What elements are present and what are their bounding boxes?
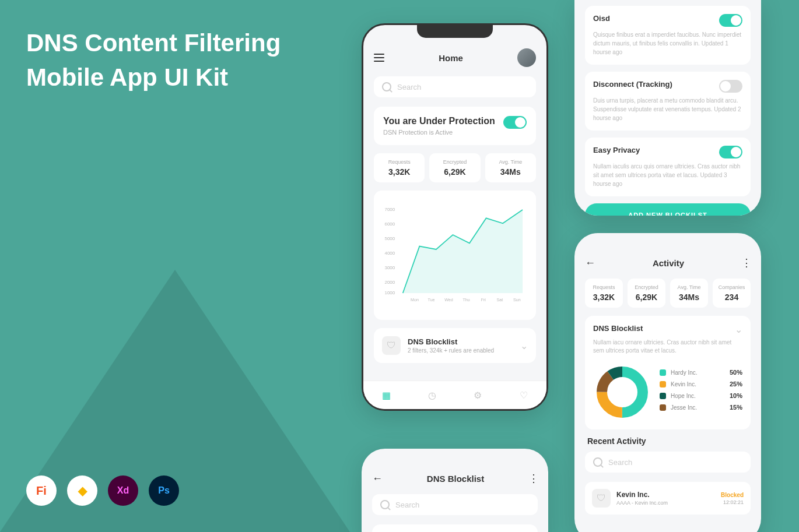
stat-card: Companies234 [713, 279, 751, 308]
nav-home-icon[interactable]: ▦ [380, 389, 392, 401]
list-item[interactable]: Easy Privacy Nullam iaculis arcu quis or… [585, 138, 751, 196]
search-input[interactable]: Search [372, 494, 538, 515]
svg-text:Wed: Wed [444, 298, 453, 302]
list-item[interactable]: Disconnect (Tracking) Duis urna turpis, … [585, 72, 751, 131]
more-icon[interactable]: ⋮ [741, 256, 751, 269]
phone-blocklists: Oisd Quisque finibus erat a imperdiet fa… [574, 0, 761, 216]
sketch-icon: ◆ [67, 475, 97, 506]
svg-text:6000: 6000 [384, 221, 395, 227]
shield-icon: 🛡 [382, 336, 401, 355]
protection-title: You are Under Protection [383, 116, 495, 126]
nav-settings-icon[interactable]: ⚙ [472, 389, 483, 401]
svg-text:2000: 2000 [384, 280, 395, 285]
search-input[interactable]: Search [374, 76, 536, 97]
legend-item: Hardy Inc.50% [660, 369, 742, 376]
svg-text:Fri: Fri [481, 298, 486, 302]
nav-profile-icon[interactable]: ♡ [518, 389, 530, 401]
svg-text:Tue: Tue [428, 298, 435, 302]
chevron-down-icon: ⌄ [520, 340, 528, 351]
search-icon [382, 82, 391, 91]
blocklist-card[interactable]: 🛡 DNS Blocklist 2 filters, 324k + rules … [374, 328, 536, 363]
phone-activity: ← Activity ⋮ Requests3,32K Encrypted6,29… [574, 233, 761, 532]
header-title: Activity [653, 258, 684, 268]
svg-text:Sat: Sat [496, 298, 503, 302]
more-icon[interactable]: ⋮ [528, 472, 538, 485]
donut-chart [593, 363, 651, 421]
search-icon [380, 500, 390, 509]
back-icon[interactable]: ← [585, 257, 595, 269]
nav-bar: ▦ ◷ ⚙ ♡ [363, 380, 546, 409]
header-title: Home [439, 53, 463, 63]
svg-text:5000: 5000 [384, 236, 395, 241]
ps-icon: Ps [149, 475, 179, 506]
list-item[interactable]: Oisd Quisque finibus erat a imperdiet fa… [585, 6, 751, 65]
tool-icons: Fi ◆ Xd Ps [26, 475, 179, 506]
recent-activity-title: Recent Activity [587, 436, 748, 446]
svg-text:3000: 3000 [384, 265, 395, 270]
search-icon [593, 457, 602, 467]
phone-home: Home Search You are Under Protection DSN… [362, 23, 548, 411]
oisd-toggle[interactable] [719, 14, 742, 27]
svg-text:Sun: Sun [513, 298, 521, 302]
svg-text:Thu: Thu [462, 298, 469, 302]
svg-text:7000: 7000 [384, 207, 395, 212]
protection-sub: DSN Protection is Active [383, 129, 495, 136]
svg-text:Mon: Mon [411, 298, 419, 302]
stat-card: Encrypted6,29K [628, 279, 665, 308]
list-item[interactable]: Easy List [372, 524, 538, 532]
back-icon[interactable]: ← [372, 473, 383, 485]
svg-text:4000: 4000 [384, 251, 395, 256]
nav-activity-icon[interactable]: ◷ [426, 389, 438, 401]
shield-icon: 🛡 [592, 489, 611, 508]
add-blocklist-button[interactable]: ADD NEW BLOCKILST [585, 203, 751, 216]
phone-blocklist-screen: ← DNS Blocklist ⋮ Search Easy List [362, 449, 548, 532]
stat-avgtime: Avg. Time34Ms [485, 153, 536, 182]
chevron-down-icon[interactable]: ⌄ [735, 324, 742, 335]
dns-blocklist-card: DNS Blocklist⌄ Nullam iacu ornare ultric… [585, 316, 751, 429]
stat-requests: Requests3,32K [374, 153, 425, 182]
disconnect-toggle[interactable] [719, 80, 742, 93]
stat-card: Avg. Time34Ms [670, 279, 708, 308]
easyprivacy-toggle[interactable] [719, 146, 742, 158]
stat-card: Requests3,32K [585, 279, 623, 308]
stat-encrypted: Encrypted6,29K [429, 153, 480, 182]
figma-icon: Fi [26, 475, 57, 506]
protection-toggle[interactable] [503, 116, 527, 129]
legend-item: Kevin Inc.25% [660, 380, 742, 387]
menu-icon[interactable] [374, 54, 384, 62]
activity-item[interactable]: 🛡 Kevin Inc. AAAA - Kevin Inc.com Blocke… [585, 482, 751, 515]
legend-item: Jesse Inc.15% [660, 404, 742, 411]
header-title: DNS Blocklist [427, 474, 484, 484]
legend-item: Hope Inc.10% [660, 392, 742, 399]
page-title: DNS Content Filtering Mobile App UI Kit [26, 26, 281, 95]
avatar[interactable] [517, 48, 536, 67]
status-badge: Blocked [721, 492, 744, 498]
chart: 7000 6000 5000 4000 3000 2000 1000 Mon T… [374, 191, 536, 320]
xd-icon: Xd [108, 475, 138, 506]
search-input[interactable]: Search [585, 452, 751, 473]
svg-text:1000: 1000 [384, 290, 395, 295]
